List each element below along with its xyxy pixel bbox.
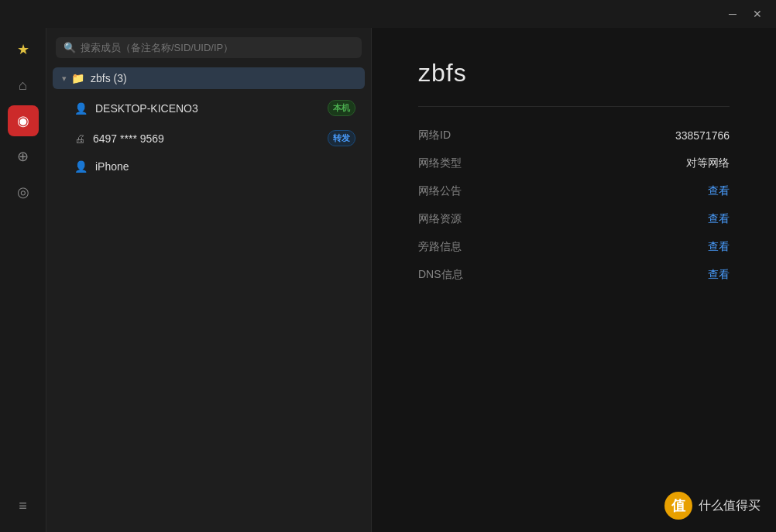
network-announce-link[interactable]: 查看 (708, 184, 730, 198)
detail-row: DNS信息 查看 (418, 268, 730, 282)
detail-label: 旁路信息 (418, 240, 462, 254)
detail-label: DNS信息 (418, 268, 463, 282)
nav-sidebar: ★ ⌂ ◉ ⊕ ◎ ≡ (0, 28, 46, 532)
watermark-logo: 值 (664, 492, 692, 520)
members-panel: 🔍 ▾ 📁 zbfs (3) 👤 DESKTOP-KICENO3 本机 🖨 64… (46, 28, 372, 532)
detail-panel: zbfs 网络ID 338571766 网络类型 对等网络 网络公告 查看 网络… (372, 28, 776, 532)
detail-row: 网络资源 查看 (418, 212, 730, 226)
detail-value: 338571766 (675, 129, 730, 142)
close-button[interactable]: ✕ (745, 2, 770, 26)
title-bar: ─ ✕ (0, 0, 776, 28)
minimize-button[interactable]: ─ (720, 2, 745, 26)
watermark-text: 什么值得买 (699, 498, 761, 514)
detail-row: 旁路信息 查看 (418, 240, 730, 254)
member-name: iPhone (95, 160, 355, 173)
relay-badge: 转发 (328, 130, 355, 146)
detail-label: 网络资源 (418, 212, 462, 226)
network-resource-link[interactable]: 查看 (708, 212, 730, 226)
detail-row: 网络ID 338571766 (418, 129, 730, 142)
watermark: 值 什么值得买 (664, 492, 761, 520)
detail-label: 网络类型 (418, 156, 462, 170)
detail-rows: 网络ID 338571766 网络类型 对等网络 网络公告 查看 网络资源 查看… (418, 129, 730, 282)
dns-info-link[interactable]: 查看 (708, 268, 730, 282)
group-name: zbfs (3) (91, 72, 127, 84)
detail-row: 网络类型 对等网络 (418, 156, 730, 170)
sidebar-item-menu[interactable]: ≡ (8, 490, 39, 521)
search-bar: 🔍 (56, 37, 362, 58)
group-header[interactable]: ▾ 📁 zbfs (3) (53, 67, 365, 89)
sidebar-item-compass[interactable]: ◎ (8, 177, 39, 208)
search-input[interactable] (81, 42, 354, 53)
sidebar-item-home[interactable]: ⌂ (8, 70, 39, 101)
detail-title: zbfs (418, 59, 730, 88)
main-layout: ★ ⌂ ◉ ⊕ ◎ ≡ 🔍 ▾ 📁 zbfs (3) 👤 DESKTOP-KIC… (0, 28, 776, 532)
sidebar-item-star[interactable]: ★ (8, 34, 39, 65)
sidebar-item-add[interactable]: ⊕ (8, 141, 39, 172)
detail-value: 对等网络 (686, 156, 730, 170)
detail-label: 网络ID (418, 129, 451, 142)
chevron-down-icon: ▾ (62, 74, 67, 84)
search-icon: 🔍 (64, 42, 76, 53)
phone-icon: 👤 (74, 160, 88, 173)
member-item[interactable]: 🖨 6497 **** 9569 转发 (53, 124, 365, 153)
desktop-icon: 👤 (74, 102, 88, 115)
detail-label: 网络公告 (418, 184, 462, 198)
detail-row: 网络公告 查看 (418, 184, 730, 198)
member-item[interactable]: 👤 DESKTOP-KICENO3 本机 (53, 94, 365, 122)
local-badge: 本机 (328, 100, 355, 116)
member-name: 6497 **** 9569 (93, 132, 328, 145)
bypass-info-link[interactable]: 查看 (708, 240, 730, 254)
members-list: 👤 DESKTOP-KICENO3 本机 🖨 6497 **** 9569 转发… (46, 91, 371, 184)
member-name: DESKTOP-KICENO3 (95, 102, 328, 115)
device-icon: 🖨 (74, 132, 85, 145)
folder-icon: 📁 (71, 72, 84, 84)
divider (418, 106, 730, 107)
sidebar-item-network[interactable]: ◉ (8, 105, 39, 136)
member-item[interactable]: 👤 iPhone (53, 154, 365, 179)
